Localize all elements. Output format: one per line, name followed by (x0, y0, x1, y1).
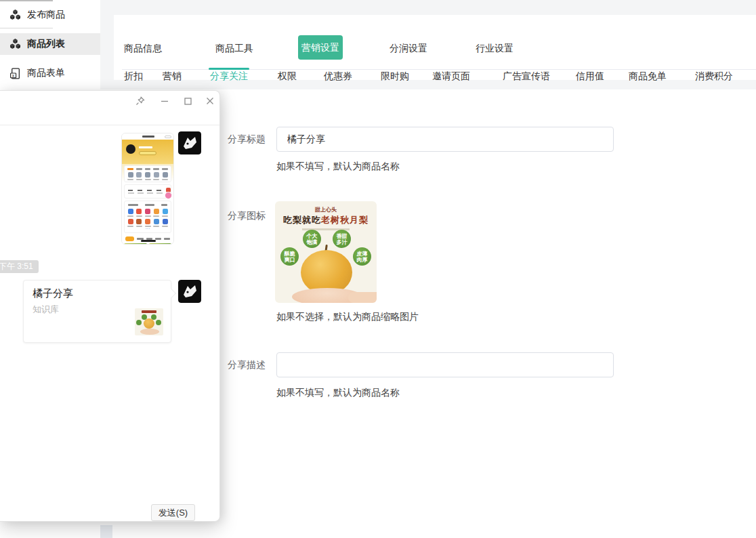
share-desc-label: 分享描述 (228, 359, 270, 371)
link-card-subtitle: 知识库 (33, 304, 59, 316)
chat-link-card[interactable]: 橘子分享 知识库 (23, 280, 171, 343)
mini-header (122, 140, 173, 164)
subtab-free-order[interactable]: 商品免单 (629, 69, 667, 83)
sidebar-item-publish-product[interactable]: 发布商品 (0, 3, 100, 27)
promo-tagline: 甜上心头 (275, 206, 377, 213)
mini-body: ··· ‹› (122, 164, 173, 244)
sidebar-item-label: 商品列表 (27, 38, 65, 50)
subtab-active-underline (209, 68, 249, 70)
send-button[interactable]: 发送(S) (151, 504, 195, 521)
promo-badge: 皮薄肉厚 (353, 247, 371, 266)
file-x-icon: x (9, 68, 21, 79)
tab-product-tools[interactable]: 商品工具 (215, 42, 253, 54)
sidebar-item-label: 发布商品 (27, 9, 65, 21)
self-avatar[interactable] (178, 280, 201, 303)
sidebar-item-label: 商品表单 (27, 67, 65, 79)
chat-image-message[interactable]: ··· ‹› (121, 133, 174, 245)
self-avatar[interactable] (178, 131, 201, 154)
promo-badge: 酥脆爽口 (280, 247, 299, 266)
svg-text:x: x (12, 73, 15, 77)
subtab-marketing[interactable]: 营销 (163, 69, 182, 83)
promo-headline: 吃梨就吃老树秋月梨 (275, 214, 377, 226)
subtab-share-follow[interactable]: 分享关注 (210, 69, 248, 83)
share-title-input[interactable] (276, 127, 614, 152)
share-icon-hint: 如果不选择，默认为商品缩略图片 (276, 311, 419, 323)
subtab-invite-page[interactable]: 邀请页面 (432, 69, 470, 83)
sidebar-scroll-strip (100, 525, 112, 538)
share-icon-image[interactable]: 甜上心头 吃梨就吃老树秋月梨 个大饱满 香甜多汁 酥脆爽口 皮薄肉厚 (275, 201, 377, 303)
subtab-discount[interactable]: 折扣 (124, 69, 143, 83)
promo-badge: 个大饱满 (303, 230, 321, 248)
minimize-icon[interactable] (159, 96, 170, 106)
sidebar-item-divider (0, 28, 53, 28)
link-card-title: 橘子分享 (33, 287, 73, 300)
pin-icon[interactable] (135, 96, 146, 106)
subtab-consume-points[interactable]: 消费积分 (695, 69, 733, 83)
tab-marketing-settings[interactable]: 营销设置 (298, 35, 343, 60)
subtab-permission[interactable]: 权限 (278, 69, 297, 83)
subtab-credit[interactable]: 信用值 (576, 69, 604, 83)
tab-industry-settings[interactable]: 行业设置 (476, 42, 513, 54)
share-desc-hint: 如果不填写，默认为商品名称 (276, 387, 400, 399)
subtab-coupon[interactable]: 优惠券 (324, 69, 352, 83)
sidebar-top-divider (0, 0, 53, 1)
hand-wrist (348, 292, 377, 303)
subtab-ad-slogan[interactable]: 广告宣传语 (503, 69, 550, 83)
promo-badge: 香甜多汁 (333, 230, 351, 248)
mini-float-badge (165, 192, 172, 199)
share-desc-input[interactable] (276, 352, 614, 377)
bubble-arrow (167, 289, 176, 298)
link-card-thumbnail (135, 308, 163, 335)
tab-product-info[interactable]: 商品信息 (124, 42, 162, 54)
app-window: 商品信息 商品工具 营销设置 分润设置 行业设置 折扣 营销 分享关注 权限 优… (0, 0, 756, 538)
cubes-icon (9, 39, 21, 50)
mini-nav (122, 133, 173, 140)
tab-profit-settings[interactable]: 分润设置 (390, 42, 427, 54)
chat-timestamp: 下午 3:51 (0, 260, 39, 273)
wechat-chat-popup: ··· ‹› 下午 3:51 橘子分享 知识库 (0, 90, 220, 522)
share-icon-label: 分享图标 (228, 210, 270, 222)
sidebar-item-product-list[interactable]: 商品列表 (0, 33, 100, 55)
mini-home-indicator (141, 240, 156, 242)
cubes-icon (9, 9, 21, 21)
titlebar-divider (0, 125, 219, 125)
maximize-icon[interactable] (182, 96, 193, 106)
share-title-label: 分享标题 (228, 133, 270, 146)
tab-bar-card: 商品信息 商品工具 营销设置 分润设置 行业设置 折扣 营销 分享关注 权限 优… (114, 15, 756, 80)
share-title-hint: 如果不填写，默认为商品名称 (276, 161, 400, 173)
subtab-flash-sale[interactable]: 限时购 (381, 69, 409, 83)
close-icon[interactable] (205, 96, 215, 106)
sidebar-item-product-form[interactable]: x 商品表单 (0, 62, 100, 84)
